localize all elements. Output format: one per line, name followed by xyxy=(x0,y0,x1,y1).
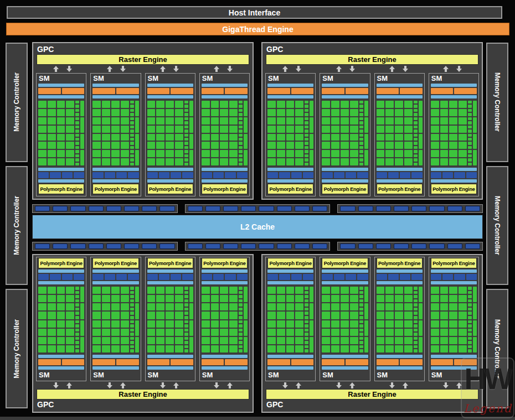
texture-unit xyxy=(388,274,399,280)
texture-unit xyxy=(454,274,465,280)
warp-scheduler-row xyxy=(92,88,138,94)
cuda-core xyxy=(147,117,156,125)
sfu-unit xyxy=(310,101,313,116)
l2-section: L2 Cache xyxy=(32,204,483,251)
cuda-core xyxy=(92,101,101,108)
cuda-core xyxy=(286,345,295,352)
ldst-unit xyxy=(130,341,134,344)
ldst-unit-column xyxy=(359,287,363,352)
cuda-core xyxy=(277,320,285,328)
cuda-core xyxy=(350,109,358,116)
cuda-core xyxy=(147,337,156,344)
arrow-down-icon xyxy=(336,382,342,388)
cuda-core xyxy=(322,142,330,149)
sm-block: Polymorph EngineSM xyxy=(374,257,425,381)
cuda-core xyxy=(102,329,110,336)
ldst-unit-column xyxy=(130,287,134,352)
ldst-unit xyxy=(305,337,308,340)
ldst-unit xyxy=(414,129,418,132)
ldst-unit xyxy=(359,121,363,124)
ldst-unit xyxy=(75,291,79,294)
cuda-core xyxy=(229,109,238,116)
sfu-unit xyxy=(310,117,313,133)
sm-block: SMPolymorph Engine xyxy=(429,73,479,196)
ldst-unit xyxy=(359,105,363,107)
core-grid xyxy=(38,287,84,352)
cuda-core xyxy=(404,295,413,302)
ldst-unit xyxy=(75,295,79,298)
cuda-core xyxy=(92,295,101,302)
texture-unit-row xyxy=(147,274,193,280)
cuda-core xyxy=(220,295,228,302)
sm-label: SM xyxy=(202,74,248,82)
cuda-core xyxy=(449,337,457,344)
cuda-core xyxy=(111,117,120,125)
sfu-unit xyxy=(310,134,313,149)
cuda-core xyxy=(166,287,174,294)
ldst-unit xyxy=(468,142,472,144)
interconnect-bar xyxy=(92,281,138,284)
cuda-core xyxy=(66,287,74,294)
ldst-unit xyxy=(130,109,134,112)
dram-segment xyxy=(411,243,426,249)
cuda-core xyxy=(331,345,339,352)
cuda-core xyxy=(111,150,120,157)
ldst-unit xyxy=(239,158,243,161)
ldst-unit xyxy=(130,320,134,324)
cuda-core xyxy=(92,150,101,157)
sfu-unit xyxy=(419,320,423,336)
cuda-core-grid xyxy=(92,287,128,352)
ldst-unit-column xyxy=(184,287,188,352)
cuda-core xyxy=(92,142,101,149)
sfu-unit xyxy=(80,303,84,319)
sfu-unit xyxy=(244,101,248,116)
cuda-core xyxy=(57,320,65,328)
cuda-core xyxy=(92,158,101,165)
sm-block: Polymorph EngineSM xyxy=(320,257,370,381)
ldst-unit xyxy=(359,303,363,307)
cuda-core xyxy=(220,329,228,336)
memory-controller-column-left: Memory ControllerMemory ControllerMemory… xyxy=(6,43,28,408)
cuda-core xyxy=(202,295,210,302)
cuda-core xyxy=(57,117,65,125)
ldst-unit xyxy=(305,146,308,149)
ldst-unit xyxy=(468,320,472,324)
texture-unit xyxy=(454,172,465,178)
cuda-core xyxy=(92,345,101,352)
ldst-unit xyxy=(130,303,134,307)
sm-block: SMPolymorph Engine xyxy=(90,73,141,196)
cuda-core xyxy=(331,101,339,108)
dram-segment xyxy=(447,206,462,211)
cuda-core xyxy=(431,150,439,157)
cuda-core xyxy=(147,287,156,294)
cuda-core xyxy=(156,345,164,352)
arrow-pair xyxy=(197,381,250,389)
ldst-unit xyxy=(75,324,79,328)
ldst-unit xyxy=(305,142,308,144)
cuda-core xyxy=(147,101,156,108)
dram-segment xyxy=(205,206,220,211)
cuda-core xyxy=(385,158,394,165)
memory-controller-box: Memory Controller xyxy=(6,289,28,408)
texture-unit xyxy=(400,172,410,178)
cuda-core xyxy=(295,109,303,116)
cuda-core xyxy=(431,303,439,310)
dram-interface-strip xyxy=(185,242,331,251)
sfu-column xyxy=(244,287,248,352)
cuda-core xyxy=(377,134,385,141)
arrow-down-icon xyxy=(214,382,219,388)
texture-unit xyxy=(128,172,138,178)
ldst-unit xyxy=(305,117,308,120)
ldst-unit xyxy=(468,105,472,107)
polymorph-engine: Polymorph Engine xyxy=(267,258,313,268)
cuda-core xyxy=(66,134,74,141)
texture-unit xyxy=(303,274,313,280)
cuda-core xyxy=(175,134,183,141)
cuda-core xyxy=(286,101,295,108)
cuda-core xyxy=(202,303,210,310)
cuda-core xyxy=(38,109,47,116)
arrow-down-icon xyxy=(443,382,449,388)
sfu-unit xyxy=(310,150,313,165)
cuda-core xyxy=(341,158,349,165)
cuda-core xyxy=(459,126,467,133)
